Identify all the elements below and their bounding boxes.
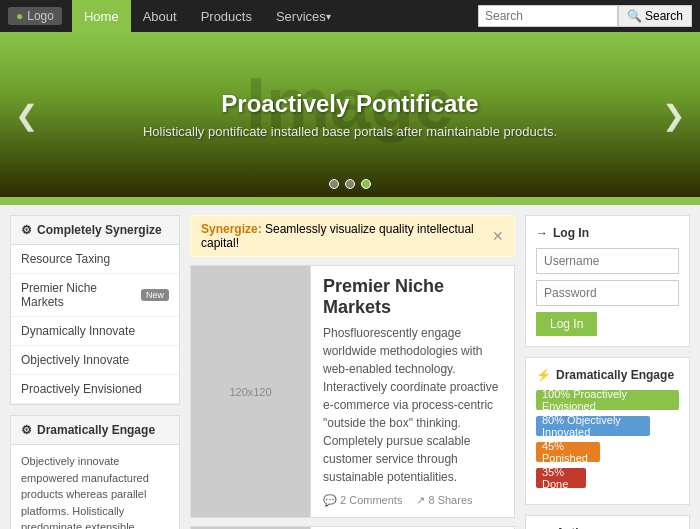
article-1-comments[interactable]: 💬 2 Comments [323, 494, 402, 507]
article-1: 120x120 Premier Niche Markets Phosfluore… [190, 265, 515, 518]
progress-bar-1: 100% Proactively Envisioned [536, 390, 679, 410]
article-1-title[interactable]: Premier Niche Markets [323, 276, 502, 318]
login-widget-title: → Log In [536, 226, 679, 240]
article-1-text: Phosfluorescently engage worldwide metho… [323, 324, 502, 486]
nav-item-home[interactable]: Home [72, 0, 131, 32]
logo[interactable]: Logo [8, 7, 62, 25]
nav-item-services[interactable]: Services [264, 0, 343, 32]
right-engage-icon: ⚡ [536, 368, 551, 382]
login-button[interactable]: Log In [536, 312, 597, 336]
hero-dot-1[interactable] [329, 179, 339, 189]
progress-bar-3: 45% Ponished [536, 442, 679, 462]
sidebar-right: → Log In Log In ⚡ Dramatically Engage 10… [525, 215, 690, 529]
navbar-search: 🔍 Search [478, 5, 692, 27]
synergize-widget: ⚙ Completely Synergize Resource Taxing P… [10, 215, 180, 405]
center-content: Synergize: Seamlessly visualize quality … [190, 215, 515, 529]
engage-gear-icon: ⚙ [21, 423, 32, 437]
alert-prefix: Synergize: [201, 222, 262, 236]
search-input[interactable] [478, 5, 618, 27]
progress-bar-2: 80% Objectively Innovated [536, 416, 679, 436]
engage-text: Objectively innovate empowered manufactu… [11, 445, 179, 529]
password-input[interactable] [536, 280, 679, 306]
progress-label-1: 100% Proactively Envisioned [536, 390, 679, 410]
hero-content: Proactively Pontificate Holistically pon… [143, 90, 557, 139]
alert-bar: Synergize: Seamlessly visualize quality … [190, 215, 515, 257]
username-input[interactable] [536, 248, 679, 274]
sidebar-item-proactively-envisioned[interactable]: Proactively Envisioned [11, 375, 179, 404]
alert-close-icon[interactable]: ✕ [492, 228, 504, 244]
synergize-icon: ⚙ [21, 223, 32, 237]
article-1-meta: 💬 2 Comments ↗ 8 Shares [323, 494, 502, 507]
engage-widget-title: ⚙ Dramatically Engage [11, 416, 179, 445]
login-icon: → [536, 226, 548, 240]
progress-label-3: 45% Ponished [536, 442, 600, 462]
right-engage-title: ⚡ Dramatically Engage [536, 368, 679, 382]
nav-item-about[interactable]: About [131, 0, 189, 32]
right-engage-widget: ⚡ Dramatically Engage 100% Proactively E… [525, 357, 690, 505]
hero-arrow-right[interactable]: ❯ [662, 98, 685, 131]
sidebar-item-resource-taxing[interactable]: Resource Taxing [11, 245, 179, 274]
hero-dot-2[interactable] [345, 179, 355, 189]
hero-arrow-left[interactable]: ❮ [15, 98, 38, 131]
hero-subtitle: Holistically pontificate installed base … [143, 124, 557, 139]
active-widget: ⚡ Active Predomination [525, 515, 690, 529]
hero-section: Image ❮ Proactively Pontificate Holistic… [0, 32, 700, 197]
sidebar-left: ⚙ Completely Synergize Resource Taxing P… [10, 215, 180, 529]
alert-text: Synergize: Seamlessly visualize quality … [201, 222, 492, 250]
main-content: ⚙ Completely Synergize Resource Taxing P… [0, 205, 700, 529]
nav-item-products[interactable]: Products [189, 0, 264, 32]
sidebar-item-dynamically-innovate[interactable]: Dynamically Innovate [11, 317, 179, 346]
synergize-widget-title: ⚙ Completely Synergize [11, 216, 179, 245]
hero-dots [329, 179, 371, 189]
navbar: Logo Home About Products Services 🔍 Sear… [0, 0, 700, 32]
search-button[interactable]: 🔍 Search [618, 5, 692, 27]
progress-bar-4: 35% Done [536, 468, 679, 488]
hero-title: Proactively Pontificate [143, 90, 557, 118]
badge-new: New [141, 289, 169, 301]
sidebar-item-premier-niche-markets[interactable]: Premier Niche Markets New [11, 274, 179, 317]
progress-label-4: 35% Done [536, 468, 586, 488]
login-widget: → Log In Log In [525, 215, 690, 347]
article-1-image: 120x120 [191, 266, 311, 517]
article-1-shares[interactable]: ↗ 8 Shares [416, 494, 472, 507]
green-bar [0, 197, 700, 205]
hero-dot-3[interactable] [361, 179, 371, 189]
engage-widget: ⚙ Dramatically Engage Objectively innova… [10, 415, 180, 529]
article-1-body: Premier Niche Markets Phosfluorescently … [311, 266, 514, 517]
sidebar-item-objectively-innovate[interactable]: Objectively Innovate [11, 346, 179, 375]
progress-label-2: 80% Objectively Innovated [536, 416, 650, 436]
